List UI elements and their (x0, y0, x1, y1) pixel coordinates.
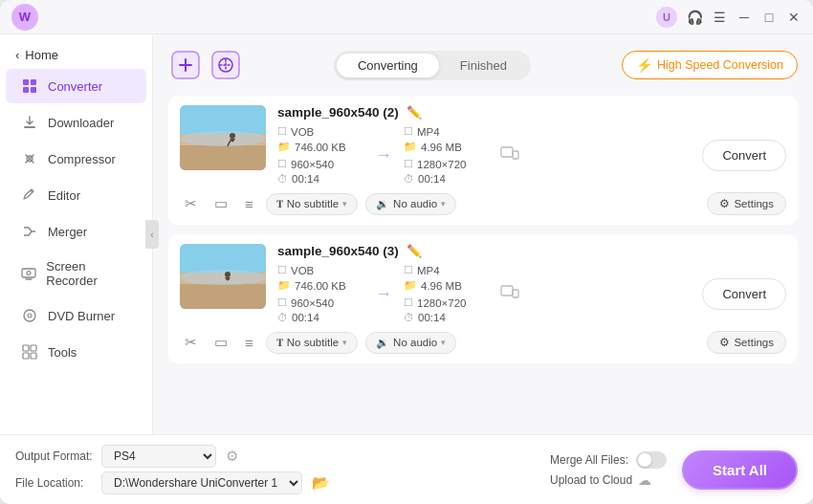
subtitle-chevron-1: ▾ (342, 199, 347, 208)
sidebar-item-label-editor: Editor (48, 188, 80, 203)
subtitle-select-1[interactable]: 𝐓 No subtitle ▾ (266, 193, 358, 215)
subtitle-chevron-2: ▾ (342, 338, 347, 347)
device-icon-2 (499, 283, 520, 304)
dest-resolution-icon-2: ☐ (404, 296, 413, 309)
source-format-icon-2: ☐ (277, 264, 287, 276)
toggle-knob (638, 453, 651, 467)
svg-point-20 (180, 131, 266, 146)
subtitle-icon-1: 𝐓 (276, 198, 283, 210)
sidebar-item-label-dvd-burner: DVD Burner (48, 309, 115, 323)
merge-all-files-section: Merge All Files: (550, 451, 667, 469)
source-size-icon-1: 📁 (277, 141, 291, 153)
back-label: Home (25, 48, 58, 62)
sidebar-item-merger[interactable]: Merger (6, 214, 146, 249)
user-avatar: U (656, 7, 677, 28)
add-url-button[interactable] (209, 48, 243, 82)
content-header: Converting Finished ⚡ High Speed Convers… (168, 48, 798, 82)
maximize-button[interactable]: □ (761, 10, 777, 25)
dest-resolution-1: 1280×720 (417, 159, 467, 170)
sidebar-item-dvd-burner[interactable]: DVD Burner (6, 298, 146, 333)
settings-button-1[interactable]: ⚙ Settings (707, 192, 786, 215)
source-duration-icon-1: ⏱ (277, 173, 288, 185)
window-controls: U 🎧 ☰ ─ □ ✕ (656, 7, 802, 28)
source-resolution-1: 960×540 (291, 159, 334, 170)
hamburger-icon[interactable]: ☰ (712, 10, 727, 25)
sidebar-item-screen-recorder[interactable]: Screen Recorder (6, 251, 146, 296)
high-speed-conversion-button[interactable]: ⚡ High Speed Conversion (622, 51, 798, 79)
file-location-row: File Location: D:\Wondershare UniConvert… (15, 471, 535, 494)
file-location-label: File Location: (15, 476, 94, 490)
source-format-1: VOB (291, 126, 314, 138)
file-location-select[interactable]: D:\Wondershare UniConverter 1 (101, 471, 302, 494)
subtitle-select-2[interactable]: 𝐓 No subtitle ▾ (266, 332, 358, 354)
minimize-button[interactable]: ─ (736, 10, 752, 25)
back-button[interactable]: ‹ Home (0, 42, 152, 68)
cloud-icon: ☁ (638, 472, 651, 488)
tab-converting[interactable]: Converting (337, 54, 439, 77)
audio-select-2[interactable]: 🔉 No audio ▾ (365, 332, 456, 354)
sidebar-item-editor[interactable]: Editor (6, 178, 146, 212)
audio-icon-1: 🔉 (376, 198, 389, 210)
sidebar-collapse-button[interactable]: ‹ (145, 220, 159, 249)
sidebar-item-compressor[interactable]: Compressor (6, 142, 146, 176)
svg-point-24 (515, 158, 516, 160)
dest-size-2: 4.96 MB (421, 280, 462, 292)
source-resolution-icon-1: ☐ (277, 158, 287, 170)
file-name-2: sample_960x540 (3) (277, 244, 399, 258)
audio-chevron-2: ▾ (441, 338, 446, 347)
sidebar-item-converter[interactable]: Converter (6, 69, 146, 103)
audio-label-1: No audio (393, 198, 437, 209)
sidebar-item-label-screen-recorder: Screen Recorder (46, 259, 131, 288)
dest-format-icon-1: ☐ (404, 125, 413, 138)
content-area: Converting Finished ⚡ High Speed Convers… (153, 34, 813, 434)
convert-arrow-1: → (363, 145, 404, 165)
add-file-button[interactable] (168, 48, 203, 82)
cut-icon-1[interactable]: ✂ (180, 193, 202, 214)
list-icon-2[interactable]: ≡ (240, 333, 258, 353)
output-format-label: Output Format: (15, 449, 94, 463)
edit-name-icon-2[interactable]: ✏️ (406, 244, 422, 258)
crop-icon-2[interactable]: ▭ (209, 332, 232, 353)
audio-label-2: No audio (393, 337, 437, 348)
dest-resolution-2: 1280×720 (417, 297, 467, 309)
start-all-button[interactable]: Start All (682, 450, 798, 490)
convert-button-1[interactable]: Convert (702, 140, 786, 171)
svg-rect-0 (23, 79, 29, 85)
cut-icon-2[interactable]: ✂ (180, 332, 202, 353)
merge-toggle[interactable] (636, 451, 667, 469)
sidebar-item-label-compressor: Compressor (48, 152, 116, 166)
list-icon-1[interactable]: ≡ (240, 194, 258, 214)
svg-rect-23 (513, 151, 518, 159)
svg-rect-12 (23, 353, 29, 359)
output-format-select[interactable]: PS4 (101, 445, 216, 468)
svg-point-9 (28, 314, 32, 318)
back-arrow-icon: ‹ (15, 48, 19, 62)
dest-duration-icon-1: ⏱ (404, 173, 414, 185)
sidebar: ‹ Home Converter (0, 34, 153, 434)
audio-select-1[interactable]: 🔉 No audio ▾ (365, 193, 456, 215)
compressor-icon (21, 150, 38, 167)
settings-gear-icon-1: ⚙ (719, 197, 730, 210)
edit-name-icon-1[interactable]: ✏️ (406, 105, 422, 120)
settings-label-2: Settings (734, 337, 774, 348)
crop-icon-1[interactable]: ▭ (209, 193, 232, 214)
sidebar-item-tools[interactable]: Tools (6, 335, 146, 369)
dest-size-icon-1: 📁 (404, 141, 417, 153)
dest-duration-icon-2: ⏱ (404, 312, 414, 323)
convert-button-2[interactable]: Convert (702, 278, 786, 310)
tab-finished[interactable]: Finished (439, 54, 528, 77)
settings-button-2[interactable]: ⚙ Settings (707, 331, 786, 354)
sidebar-item-downloader[interactable]: Downloader (6, 105, 146, 140)
subtitle-label-1: No subtitle (287, 198, 339, 209)
output-format-settings-icon[interactable]: ⚙ (224, 446, 240, 467)
file-card-2: sample_960x540 (3) ✏️ ☐ VOB (168, 234, 798, 363)
close-button[interactable]: ✕ (786, 10, 802, 25)
app-icon: W (11, 4, 38, 31)
folder-open-icon[interactable]: 📂 (310, 472, 332, 493)
svg-rect-10 (23, 345, 29, 351)
dest-size-1: 4.96 MB (421, 142, 462, 153)
device-icon-1 (499, 144, 520, 165)
source-resolution-icon-2: ☐ (277, 296, 287, 309)
dest-resolution-icon-1: ☐ (404, 158, 413, 170)
headset-icon[interactable]: 🎧 (687, 10, 702, 25)
